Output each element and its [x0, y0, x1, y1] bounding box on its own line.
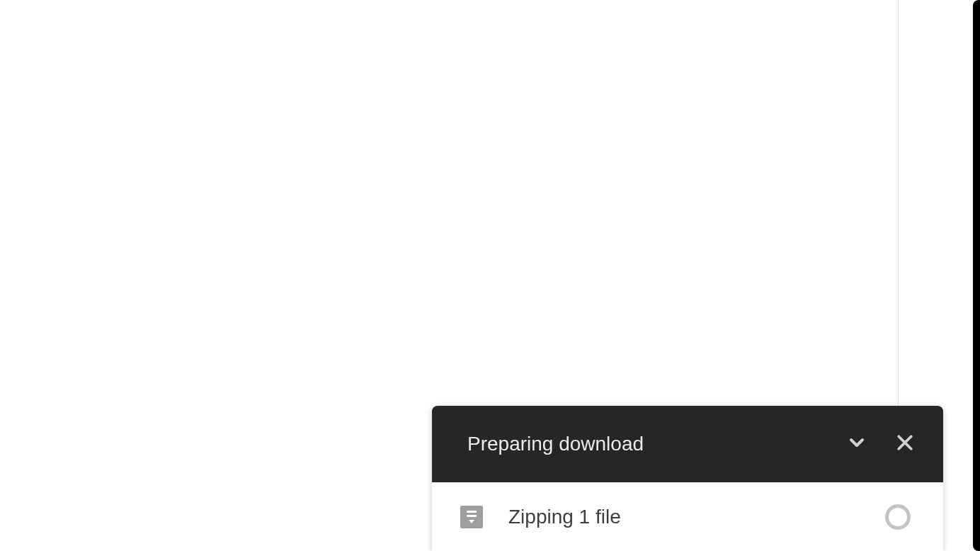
chevron-down-icon	[845, 431, 868, 457]
toast-title: Preparing download	[467, 433, 826, 455]
collapse-button[interactable]	[840, 427, 874, 461]
svg-rect-2	[467, 511, 477, 513]
right-edge-panel	[973, 0, 980, 551]
toast-header: Preparing download	[432, 406, 943, 482]
svg-marker-4	[469, 520, 474, 523]
svg-rect-3	[467, 515, 477, 517]
download-toast: Preparing download Zip	[432, 406, 943, 551]
archive-file-icon	[460, 506, 483, 528]
progress-spinner-icon	[885, 504, 911, 530]
toast-status-text: Zipping 1 file	[508, 506, 860, 528]
close-button[interactable]	[888, 427, 922, 461]
toast-body: Zipping 1 file	[432, 482, 943, 551]
close-icon	[894, 432, 916, 456]
